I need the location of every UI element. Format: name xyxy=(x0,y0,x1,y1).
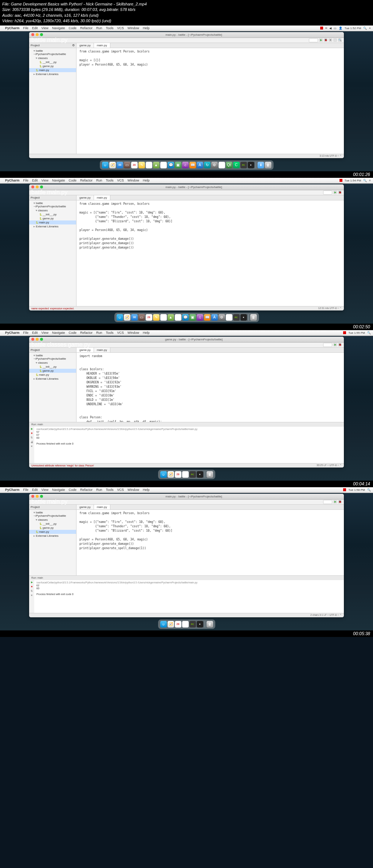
dock-qt-icon[interactable]: Qt xyxy=(226,162,232,168)
project-root-folder[interactable]: battle ~/PycharmProjects/battle xyxy=(29,201,76,208)
dock-appstore-icon[interactable]: A xyxy=(197,162,203,168)
toggle-button[interactable]: ⇅ xyxy=(30,436,34,440)
code-editor[interactable]: import random class bcolors: HEADER = '\… xyxy=(76,353,344,422)
menu-code[interactable]: Code xyxy=(68,26,76,30)
dock-trash-icon[interactable]: 🗑 xyxy=(207,471,213,478)
menu-edit[interactable]: Edit xyxy=(32,26,38,30)
project-root-folder[interactable]: battle ~/PycharmProjects/battle xyxy=(29,49,76,56)
dock-finder-icon[interactable]: ☺ xyxy=(117,314,123,321)
menu-refactor[interactable]: Refactor xyxy=(80,179,93,182)
print-button[interactable]: 🖨 xyxy=(30,441,34,444)
search-icon[interactable]: 🔍 xyxy=(367,488,371,492)
menu-navigate[interactable]: Navigate xyxy=(52,179,65,182)
init-file[interactable]: __init__.py xyxy=(29,60,76,64)
menu-view[interactable]: View xyxy=(42,26,48,30)
dock-terminal-icon[interactable]: ▪ xyxy=(240,314,247,321)
maximize-button[interactable] xyxy=(40,495,43,498)
menu-refactor[interactable]: Refactor xyxy=(80,331,93,335)
tab-main[interactable]: main.py xyxy=(94,348,110,352)
close-button[interactable] xyxy=(31,185,34,188)
menu-window[interactable]: Window xyxy=(127,26,139,30)
menu-file[interactable]: File xyxy=(23,26,29,30)
run-config-selector[interactable]: main xyxy=(323,500,332,504)
dock-chrome-icon[interactable]: ◉ xyxy=(219,162,225,168)
debug-button[interactable]: 🐞 xyxy=(338,500,342,504)
project-panel-title[interactable]: Project xyxy=(31,348,40,352)
dock-appstore-icon[interactable]: A xyxy=(211,314,218,321)
tab-game[interactable]: game.py xyxy=(76,348,94,352)
run-output[interactable]: /usr/local/Cellar/python3/3.5.1/Framewor… xyxy=(34,427,344,463)
dock-calendar-icon[interactable]: 28 xyxy=(175,471,181,478)
breadcrumb-file[interactable]: main.py xyxy=(47,37,67,43)
menu-window[interactable]: Window xyxy=(127,179,139,182)
dock-pycharm-icon[interactable]: PC xyxy=(189,621,196,627)
dock-mail-icon[interactable]: ✉ xyxy=(117,162,123,168)
search-button[interactable]: 🔍 xyxy=(338,38,342,42)
external-libraries[interactable]: External Libraries xyxy=(29,534,76,538)
menu-help[interactable]: Help xyxy=(143,331,150,335)
breadcrumb-file[interactable]: game.py xyxy=(68,341,90,348)
init-file[interactable]: __init__.py xyxy=(29,365,76,369)
tab-game[interactable]: game.py xyxy=(76,195,94,200)
menu-tools[interactable]: Tools xyxy=(106,26,113,30)
menu-help[interactable]: Help xyxy=(143,179,150,182)
vcs-button[interactable]: ↓ xyxy=(333,38,337,42)
run-config-selector[interactable]: main xyxy=(323,191,332,195)
caret-position[interactable]: 2 chars 3:1 LF ÷ UTF-8 ÷ ⌃ xyxy=(310,614,342,617)
maximize-button[interactable] xyxy=(40,338,43,341)
debug-button[interactable]: 🐞 xyxy=(338,343,342,347)
menu-refactor[interactable]: Refactor xyxy=(80,488,93,492)
dock-photos-icon[interactable]: ✿ xyxy=(160,162,167,168)
dock-calendar-icon[interactable]: 28 xyxy=(131,162,138,168)
external-libraries[interactable]: External Libraries xyxy=(29,72,76,76)
dock-maps-icon[interactable]: ▲ xyxy=(168,314,174,321)
toggle-button[interactable]: ⇅ xyxy=(30,590,34,593)
caret-position[interactable]: 3:13 n/a UTF-8 ÷ ⌃ xyxy=(319,155,342,157)
menu-file[interactable]: File xyxy=(23,488,29,492)
menu-vcs[interactable]: VCS xyxy=(117,26,124,30)
dock-finder-icon[interactable]: ☺ xyxy=(102,162,109,168)
dock-calendar-icon[interactable]: 28 xyxy=(146,314,152,321)
menu-edit[interactable]: Edit xyxy=(32,488,38,492)
dock-systemprefs-icon[interactable]: ⚙ xyxy=(211,162,218,168)
clock[interactable]: Tue 1:52 PM xyxy=(345,27,361,30)
dock-downloads-icon[interactable]: ⬇ xyxy=(258,162,264,168)
breadcrumb-classes[interactable]: classes xyxy=(47,341,66,348)
menu-help[interactable]: Help xyxy=(143,488,150,492)
dock-pycharm-icon[interactable]: PC xyxy=(240,162,247,168)
breadcrumb-file[interactable]: main.py xyxy=(47,189,67,196)
dock-systemprefs-icon[interactable]: ⚙ xyxy=(219,314,225,321)
dock-ibooks-icon[interactable]: 📖 xyxy=(189,162,196,168)
project-root-folder[interactable]: battle ~/PycharmProjects/battle xyxy=(29,353,76,361)
menu-code[interactable]: Code xyxy=(68,488,76,492)
minimize-button[interactable] xyxy=(36,185,39,188)
external-libraries[interactable]: External Libraries xyxy=(29,377,76,381)
dock-safari-icon[interactable]: 🧭 xyxy=(124,314,130,321)
dock-facetime-icon[interactable]: ▣ xyxy=(175,162,181,168)
menu-vcs[interactable]: VCS xyxy=(117,331,124,335)
battery-icon[interactable]: ▭ xyxy=(334,27,337,30)
menu-navigate[interactable]: Navigate xyxy=(52,488,65,492)
classes-folder[interactable]: classes xyxy=(29,208,76,212)
user-icon[interactable]: 👤 xyxy=(339,27,342,30)
clock[interactable]: Tue 1:55 PM xyxy=(348,331,365,335)
run-config-selector[interactable]: main xyxy=(323,343,332,347)
notifications-icon[interactable]: ≡ xyxy=(369,179,371,182)
dock-pycharm-icon[interactable]: PC xyxy=(189,471,196,478)
game-file[interactable]: game.py xyxy=(29,526,76,530)
game-file[interactable]: game.py xyxy=(29,369,76,373)
game-file[interactable]: game.py xyxy=(29,216,76,220)
caret-position[interactable]: 12:31 n/a UTF-8 ÷ ⌃ xyxy=(318,307,342,310)
tab-game[interactable]: game.py xyxy=(76,43,94,48)
app-name[interactable]: PyCharm xyxy=(5,26,20,30)
menu-edit[interactable]: Edit xyxy=(32,331,38,335)
minimize-button[interactable] xyxy=(36,338,39,341)
main-file[interactable]: main.py xyxy=(29,68,76,72)
menu-navigate[interactable]: Navigate xyxy=(52,26,65,30)
dock-camtasia-icon[interactable]: C xyxy=(233,162,240,168)
dock-chrome-icon[interactable]: ◉ xyxy=(226,314,232,321)
code-editor[interactable]: from classes.game import Person, bcolors… xyxy=(76,200,344,306)
menu-file[interactable]: File xyxy=(23,331,29,335)
dock-itunes-icon[interactable]: ♫ xyxy=(182,162,189,168)
maximize-button[interactable] xyxy=(40,33,43,36)
